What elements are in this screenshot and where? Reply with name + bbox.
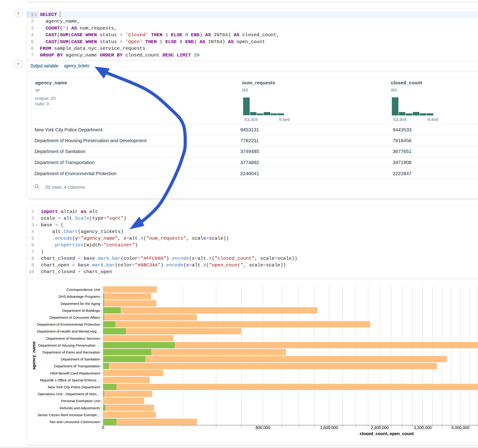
svg-text:4,000,000: 4,000,000 [452, 425, 470, 430]
svg-text:800,000: 800,000 [256, 425, 270, 430]
svg-text:1,600,000: 1,600,000 [320, 425, 338, 430]
svg-text:53,304: 53,304 [393, 117, 407, 122]
svg-text:Correspondence Unit: Correspondence Unit [67, 288, 100, 292]
svg-text:Senior Citizen Rent Increase E: Senior Citizen Rent Increase Exempti… [38, 413, 100, 417]
svg-text:Refunds and Adjustments: Refunds and Adjustments [60, 406, 100, 410]
svg-text:53,304: 53,304 [245, 117, 258, 122]
svg-text:Department of Transportation: Department of Transportation [54, 364, 100, 368]
svg-text:Operations Unit - Department o: Operations Unit - Department of Hom… [38, 392, 100, 396]
svg-text:Department of Homeless Service: Department of Homeless Services [46, 336, 100, 340]
svg-text:9.4e6: 9.4e6 [427, 117, 438, 122]
svg-text:Department of Buildings: Department of Buildings [62, 309, 100, 312]
svg-text:Department of Environmental Pr: Department of Environmental Protection [37, 322, 100, 326]
svg-text:closed_count, open_count: closed_count, open_count [360, 431, 414, 436]
svg-text:Personal Exemption Unit: Personal Exemption Unit [61, 399, 100, 403]
svg-text:3,200,000: 3,200,000 [414, 425, 432, 430]
svg-text:Department of Housing Preserva: Department of Housing Preservation … [38, 343, 100, 347]
svg-text:0: 0 [102, 425, 104, 430]
svg-text:Taxi and Limousine Commission: Taxi and Limousine Commission [49, 420, 100, 424]
svg-text:agency_name: agency_name [31, 342, 36, 370]
svg-text:Mayorâ€ s Office of Special En: Mayorâ€ s Office of Special Enforce… [40, 378, 100, 382]
svg-text:Department of Consumer Affairs: Department of Consumer Affairs [49, 316, 100, 319]
svg-text:Department of Parks and Recrea: Department of Parks and Recreation [42, 350, 100, 354]
svg-text:9.5e6: 9.5e6 [279, 117, 290, 122]
svg-text:Department for the Aging: Department for the Aging [61, 302, 100, 305]
svg-text:New York City Police Departmen: New York City Police Department [48, 385, 100, 389]
svg-text:2,400,000: 2,400,000 [371, 425, 389, 430]
svg-text:DHS Advantage Programs: DHS Advantage Programs [58, 294, 100, 299]
svg-text:HRA Benefit Card Replacement: HRA Benefit Card Replacement [50, 371, 100, 375]
svg-text:Department of Health and Menta: Department of Health and Mental Hyg… [37, 329, 100, 333]
svg-text:Department of Sanitation: Department of Sanitation [61, 357, 100, 361]
